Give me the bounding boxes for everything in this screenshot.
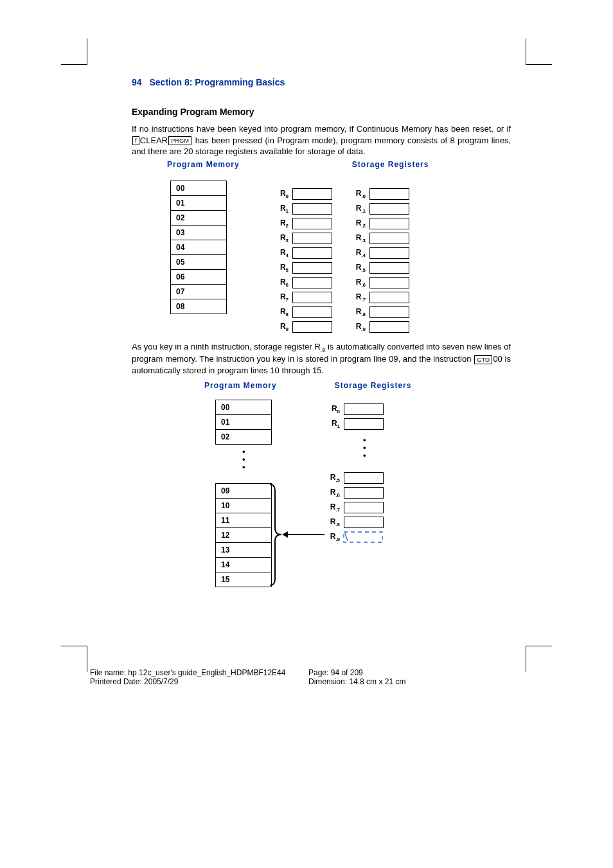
register-row: R8 xyxy=(273,305,332,320)
register-row: R.1 xyxy=(350,202,409,217)
diagram-1: 00 01 02 03 04 05 06 07 08 R0 R1 R2 R3 R… xyxy=(132,169,511,330)
register-row: R.0 xyxy=(350,187,409,202)
diagram-2: 00 01 02 ••• 09 10 11 12 13 14 15 R0 R1 … xyxy=(132,390,511,608)
register-row: R.9 xyxy=(324,529,384,544)
pm-line: 03 xyxy=(170,226,227,240)
register-row: R.4 xyxy=(350,246,409,261)
pm-line: 01 xyxy=(215,415,272,430)
crop-mark-top-left xyxy=(61,39,87,65)
pm-line: 00 xyxy=(170,181,227,196)
register-box xyxy=(292,218,332,229)
svg-rect-0 xyxy=(344,532,382,542)
register-row: R.5 xyxy=(350,261,409,276)
register-box-dashed xyxy=(344,532,382,542)
label-program-memory-2: Program Memory xyxy=(204,381,277,390)
register-box xyxy=(292,203,332,215)
register-row: R0 xyxy=(273,187,332,202)
register-row: R.6 xyxy=(324,485,384,500)
diagram1-labels: Program Memory Storage Registers xyxy=(132,160,511,169)
curly-brace xyxy=(269,483,283,587)
register-box xyxy=(292,292,332,303)
register-row: R1 xyxy=(324,416,384,431)
crop-mark-bottom-left xyxy=(61,646,87,672)
register-row: R.9 xyxy=(350,320,409,335)
page-number: 94 xyxy=(132,77,142,87)
key-f: f xyxy=(132,136,139,145)
register-box xyxy=(369,233,409,244)
subheading: Expanding Program Memory xyxy=(132,107,511,117)
register-row: R2 xyxy=(273,217,332,231)
svg-line-1 xyxy=(345,533,348,541)
footer-filename: File name: hp 12c_user's guide_English_H… xyxy=(90,668,308,677)
register-box xyxy=(369,247,409,259)
pm-line: 02 xyxy=(170,211,227,226)
register-row: R3 xyxy=(273,231,332,246)
ellipsis-dots: ••• xyxy=(363,436,366,459)
arrow-left-icon xyxy=(283,534,324,535)
pm-line: 01 xyxy=(170,196,227,211)
pm-line: 10 xyxy=(215,499,272,513)
register-box xyxy=(369,292,409,303)
pm-line: 13 xyxy=(215,543,272,558)
pm-line: 05 xyxy=(170,255,227,270)
pm-line: 04 xyxy=(170,240,227,255)
register-row: R7 xyxy=(273,290,332,305)
crop-mark-bottom-right xyxy=(526,646,552,672)
register-box xyxy=(369,218,409,229)
register-box xyxy=(344,502,384,513)
pm-line: 07 xyxy=(170,285,227,299)
register-box xyxy=(292,247,332,259)
pm-line: 12 xyxy=(215,528,272,543)
paragraph-2: As you key in a ninth instruction, stora… xyxy=(132,341,511,376)
pm-line: 02 xyxy=(215,430,272,445)
pm-line: 09 xyxy=(215,483,272,499)
pm-boxes-bottom: 09 10 11 12 13 14 15 xyxy=(215,483,272,587)
key-prgm: PRGM xyxy=(168,136,191,145)
register-box xyxy=(369,306,409,318)
register-box xyxy=(292,233,332,244)
register-column-b: R.0 R.1 R.2 R.3 R.4 R.5 R.6 R.7 R.8 R.9 xyxy=(350,187,409,335)
register-box xyxy=(344,403,384,415)
register-box xyxy=(369,277,409,288)
register-row: R.8 xyxy=(350,305,409,320)
register-row: R.3 xyxy=(350,231,409,246)
register-row: R6 xyxy=(273,276,332,290)
register-box xyxy=(344,487,384,499)
footer-printed-date: Printered Date: 2005/7/29 xyxy=(90,677,308,686)
register-row: R.6 xyxy=(350,276,409,290)
key-gto: GTO xyxy=(474,355,492,364)
register-column-bottom: R.5 R.6 R.7 R.8 R.9 xyxy=(324,470,384,544)
register-box xyxy=(292,262,332,274)
page-header: 94 Section 8: Programming Basics xyxy=(132,77,511,87)
label-program-memory: Program Memory xyxy=(167,160,240,169)
register-column-top: R0 R1 xyxy=(324,402,384,431)
register-row: R9 xyxy=(273,320,332,335)
footer-page: Page: 94 of 209 xyxy=(308,668,501,677)
ellipsis-dots: ••• xyxy=(242,448,245,471)
register-box xyxy=(369,203,409,215)
register-box xyxy=(344,517,384,528)
register-row: R1 xyxy=(273,202,332,217)
pm-line: 06 xyxy=(170,270,227,285)
pm-line: 15 xyxy=(215,572,272,587)
pm-line: 00 xyxy=(215,400,272,415)
register-row: R.2 xyxy=(350,217,409,231)
crop-mark-top-right xyxy=(526,39,552,65)
register-column-a: R0 R1 R2 R3 R4 R5 R6 R7 R8 R9 xyxy=(273,187,332,335)
section-title: Section 8: Programming Basics xyxy=(149,77,285,87)
label-storage-registers: Storage Registers xyxy=(352,160,429,169)
register-box xyxy=(292,277,332,288)
register-box xyxy=(292,306,332,318)
register-box xyxy=(344,472,384,484)
diagram2-labels: Program Memory Storage Registers xyxy=(132,381,511,390)
pm-line: 14 xyxy=(215,558,272,572)
register-box xyxy=(344,418,384,430)
register-box xyxy=(369,262,409,274)
register-row: R5 xyxy=(273,261,332,276)
register-row: R0 xyxy=(324,402,384,416)
register-box xyxy=(292,321,332,333)
register-box xyxy=(369,321,409,333)
register-row: R.7 xyxy=(350,290,409,305)
register-row: R.7 xyxy=(324,500,384,515)
label-storage-registers-2: Storage Registers xyxy=(335,381,412,390)
